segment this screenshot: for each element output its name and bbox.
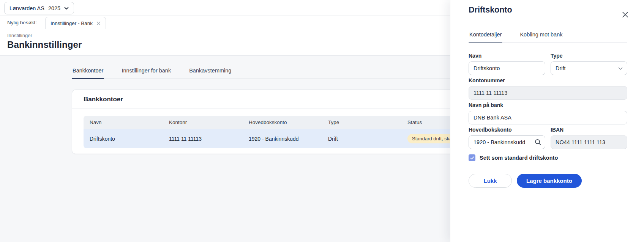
type-label: Type <box>551 53 627 59</box>
field-kontonummer: Kontonummer <box>469 77 627 100</box>
app-window: Lønvarden AS 2025 Nylig besøkt: Innstill… <box>0 0 644 242</box>
field-navn: Navn <box>469 53 545 75</box>
field-hovedbokskonto: Hovedbokskonto <box>469 127 545 149</box>
field-iban: IBAN <box>551 127 627 149</box>
col-header-navn: Navn <box>84 119 163 125</box>
tab-bankkontoer[interactable]: Bankkontoer <box>72 68 104 79</box>
tab-innstillinger-for-bank[interactable]: Innstillinger for bank <box>121 68 172 79</box>
field-type: Type <box>551 53 627 75</box>
account-form: Navn Type Kontonummer <box>469 53 627 188</box>
navn-pa-bank-label: Navn på bank <box>469 102 627 108</box>
close-icon[interactable] <box>96 21 101 25</box>
checkbox-checked[interactable] <box>469 154 475 161</box>
panel-tabs: Kontodetaljer Kobling mot bank <box>469 31 627 43</box>
company-name: Lønvarden AS <box>9 5 44 11</box>
standard-driftskonto-checkbox-row[interactable]: Sett som standard driftskonto <box>469 154 627 161</box>
navn-input[interactable] <box>469 61 545 75</box>
checkbox-label: Sett som standard driftskonto <box>480 155 558 161</box>
type-select[interactable] <box>551 61 627 75</box>
iban-input <box>551 135 627 149</box>
company-year: 2025 <box>48 5 60 11</box>
kontonummer-label: Kontonummer <box>469 77 627 83</box>
company-selector[interactable]: Lønvarden AS 2025 <box>4 2 74 14</box>
cell-type: Drift <box>322 136 401 142</box>
close-icon[interactable] <box>620 10 630 19</box>
panel-actions: Lukk Lagre bankkonto <box>469 174 627 188</box>
col-header-kontonr: Kontonr <box>163 119 243 125</box>
tab-kobling-mot-bank[interactable]: Kobling mot bank <box>519 31 563 43</box>
lagre-bankkonto-button[interactable]: Lagre bankkonto <box>517 174 582 188</box>
chevron-down-icon <box>64 7 69 10</box>
navn-label: Navn <box>469 53 545 59</box>
status-badge: Standard drift, ska <box>407 134 457 143</box>
navn-pa-bank-input[interactable] <box>469 111 627 124</box>
hovedbokskonto-input[interactable] <box>469 135 545 149</box>
recent-tab-label: Innstillinger - Bank <box>51 20 93 26</box>
cell-kontonr: 1111 11 11113 <box>163 136 243 142</box>
cell-hovedbokskonto: 1920 - Bankinnskudd <box>243 136 322 142</box>
edit-bank-account-panel: Driftskonto Kontodetaljer Kobling mot ba… <box>450 0 644 242</box>
tab-kontodetaljer[interactable]: Kontodetaljer <box>469 31 502 43</box>
tab-bankavstemming[interactable]: Bankavstemming <box>188 68 232 79</box>
search-icon[interactable] <box>535 139 541 146</box>
recent-tab-innstillinger-bank[interactable]: Innstillinger - Bank <box>45 17 106 29</box>
recently-visited-label: Nylig besøkt: <box>7 20 37 25</box>
check-icon <box>470 156 474 160</box>
lukk-button[interactable]: Lukk <box>469 174 512 188</box>
cell-navn: Driftskonto <box>84 136 163 142</box>
panel-title: Driftskonto <box>469 5 627 15</box>
col-header-hovedbokskonto: Hovedbokskonto <box>243 119 322 125</box>
field-navn-pa-bank: Navn på bank <box>469 102 627 124</box>
hovedbokskonto-label: Hovedbokskonto <box>469 127 545 133</box>
col-header-type: Type <box>322 119 401 125</box>
iban-label: IBAN <box>551 127 627 133</box>
card-title: Bankkontoer <box>84 96 123 103</box>
kontonummer-input <box>469 86 627 100</box>
